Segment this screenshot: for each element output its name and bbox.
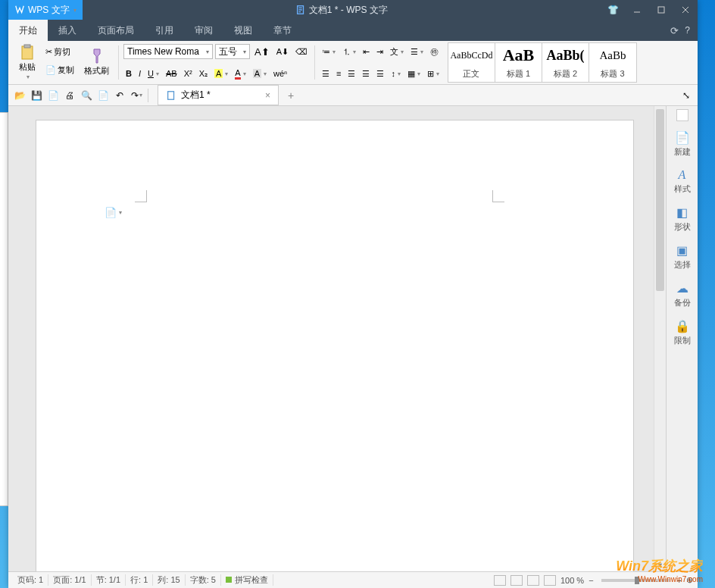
side-limit[interactable]: 🔒限制 [667,314,698,351]
shrink-font-button[interactable]: A⬇ [274,46,291,58]
format-painter-button[interactable]: 格式刷 [80,42,114,82]
view-outline-button[interactable] [510,575,523,586]
page-options-button[interactable]: 📄▾ [105,207,122,218]
menu-insert[interactable]: 插入 [48,20,87,41]
font-color-button[interactable]: A▾ [233,67,248,80]
cut-button[interactable]: ✂ 剪切 [43,45,73,58]
document-viewport[interactable]: 📄▾ [8,106,654,571]
zoom-out-button[interactable]: − [589,576,593,585]
char-shading-button[interactable]: A▾ [251,68,269,79]
menu-reference[interactable]: 引用 [145,20,184,41]
side-shape[interactable]: ◧形状 [667,201,698,237]
side-new[interactable]: 📄新建 [667,126,698,162]
strike-button[interactable]: AB [164,68,180,79]
separator [148,89,148,102]
phonetic-button[interactable]: wéⁿ [271,68,289,79]
quick-access-bar: 📂 💾 📄 🖨 🔍 📄 ↶ ↷▾ 文档1 * × + ⤡ [8,85,698,106]
highlight-button[interactable]: A▾ [212,68,230,79]
scroll-down-icon[interactable]: ▼ [654,559,666,571]
bold-button[interactable]: B [123,68,134,79]
minimize-button[interactable] [625,0,649,20]
style-heading3[interactable]: AaBb标题 3 [589,43,636,82]
help-icon[interactable]: ? [685,25,690,36]
style-normal[interactable]: AaBbCcDd正文 [448,43,495,82]
clear-format-button[interactable]: ⌫ [293,46,310,58]
paste-button[interactable]: 粘贴▾ [14,42,40,82]
status-spellcheck[interactable]: 拼写检查 [221,574,273,586]
new-tab-button[interactable]: + [282,89,300,102]
export-pdf-button[interactable]: 📄 [46,89,60,102]
underline-button[interactable]: U▾ [145,68,161,79]
open-button[interactable]: 📂 [13,89,27,102]
font-size-combo[interactable]: 五号▾ [215,44,250,59]
shirt-icon-button[interactable]: 👕 [601,0,625,20]
print-preview-button[interactable]: 🔍 [80,89,93,102]
view-read-button[interactable] [544,575,556,586]
status-words[interactable]: 字数: 5 [186,574,221,586]
shading-button[interactable]: ▦▾ [405,68,423,80]
side-style[interactable]: A样式 [667,164,698,199]
align-right-button[interactable]: ☰ [345,68,358,80]
style-heading1[interactable]: AaB标题 1 [495,43,542,82]
print-button[interactable]: 🖨 [63,89,76,102]
subscript-button[interactable]: X₂ [197,68,210,80]
font-name-combo[interactable]: Times New Roma▾ [123,44,213,59]
menu-page-layout[interactable]: 页面布局 [87,20,145,41]
menu-view[interactable]: 视图 [223,20,263,41]
align-justify-button[interactable]: ☰ [360,68,372,80]
zoom-slider[interactable] [601,579,670,582]
scroll-thumb[interactable] [656,109,664,291]
save-button[interactable]: 💾 [30,89,43,102]
menu-chapter[interactable]: 章节 [263,20,302,41]
grow-font-button[interactable]: A⬆ [252,45,272,58]
status-right: 100 % − + ⊕ [494,575,693,586]
document-tab[interactable]: 文档1 * × [158,85,279,105]
side-select[interactable]: ▣选择 [667,239,698,275]
zoom-thumb[interactable] [635,577,639,584]
increase-indent-button[interactable]: ⇥ [374,46,386,58]
numbering-button[interactable]: ⒈▾ [340,45,358,58]
enclose-button[interactable]: ㊕ [428,45,441,58]
collapse-ribbon-button[interactable]: ⤡ [679,89,693,102]
style-gallery: AaBbCcDd正文 AaB标题 1 AaBb(标题 2 AaBb标题 3 [448,42,637,83]
view-print-button[interactable] [494,575,506,586]
cloud-sync-icon[interactable]: ⟳ [670,25,679,36]
maximize-button[interactable] [649,0,673,20]
menu-review[interactable]: 审阅 [184,20,223,41]
new-doc-button[interactable]: 📄 [96,89,110,102]
undo-button[interactable]: ↶ [113,89,126,102]
clipboard-group: 粘贴▾ ✂ 剪切 📄 复制 格式刷 [11,42,117,83]
tab-close-button[interactable]: × [265,90,270,101]
style-heading2[interactable]: AaBb(标题 2 [542,43,589,82]
app-menu-caret-icon: ▾ [73,7,76,14]
vertical-scrollbar[interactable]: ▼ [654,106,666,571]
zoom-in-button[interactable]: + [677,576,682,585]
borders-button[interactable]: ⊞▾ [425,68,442,80]
line-spacing-button[interactable]: ☰▾ [408,46,426,58]
side-backup[interactable]: ☁备份 [667,277,698,313]
bullets-button[interactable]: ≔▾ [320,46,338,58]
status-page-no[interactable]: 页码: 1 [13,574,48,586]
pane-collapse-button[interactable] [676,109,688,121]
redo-button[interactable]: ↷▾ [130,89,143,102]
close-button[interactable] [673,0,698,20]
align-left-button[interactable]: ☰ [320,68,332,80]
align-distributed-button[interactable]: ☰ [374,68,386,80]
text-direction-button[interactable]: 文▾ [388,45,406,58]
align-center-button[interactable]: ≡ [334,68,343,79]
decrease-indent-button[interactable]: ⇤ [361,46,372,58]
superscript-button[interactable]: X² [182,68,195,79]
paragraph-spacing-button[interactable]: ↕▾ [389,68,403,79]
menu-start[interactable]: 开始 [8,20,48,41]
status-page[interactable]: 页面: 1/1 [48,574,91,586]
copy-button[interactable]: 📄 复制 [43,64,76,77]
app-badge[interactable]: WPS 文字 ▾ [8,0,83,20]
view-web-button[interactable] [527,575,539,586]
status-section[interactable]: 节: 1/1 [92,574,126,586]
page[interactable]: 📄▾ [36,120,634,571]
zoom-level[interactable]: 100 % [560,576,584,585]
status-col[interactable]: 列: 15 [153,574,185,586]
fit-button[interactable]: ⊕ [686,575,693,585]
status-line[interactable]: 行: 1 [126,574,153,586]
italic-button[interactable]: I [136,68,143,79]
